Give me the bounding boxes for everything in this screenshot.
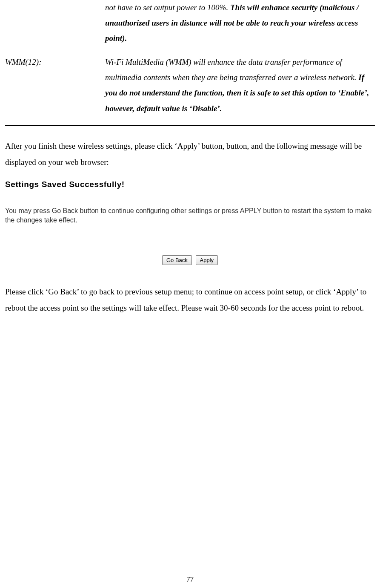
section-divider	[5, 125, 375, 126]
wmm-description: Wi-Fi MultiMedia (WMM) will enhance the …	[105, 55, 375, 116]
apply-button[interactable]: Apply	[196, 255, 218, 265]
dialog-heading: Settings Saved Successfully!	[5, 180, 375, 189]
tx-power-description: not have to set output power to 100%. Th…	[105, 0, 375, 46]
dialog-button-row: Go Back Apply	[5, 255, 375, 265]
wmm-term: WMM(12):	[5, 55, 105, 116]
dialog-text: You may press Go Back button to continue…	[5, 206, 375, 225]
page-number: 77	[0, 575, 380, 584]
instructions-paragraph-1: After you finish these wireless settings…	[5, 138, 375, 170]
settings-saved-dialog: Settings Saved Successfully! You may pre…	[5, 180, 375, 265]
tx-power-desc-text: not have to set output power to 100%.	[105, 3, 230, 12]
instructions-paragraph-2: Please click ‘Go Back’ to go back to pre…	[5, 284, 375, 316]
go-back-button[interactable]: Go Back	[162, 255, 192, 265]
wmm-definition-row: WMM(12): Wi-Fi MultiMedia (WMM) will enh…	[5, 55, 375, 116]
wmm-desc-text: Wi-Fi MultiMedia (WMM) will enhance the …	[105, 58, 358, 82]
